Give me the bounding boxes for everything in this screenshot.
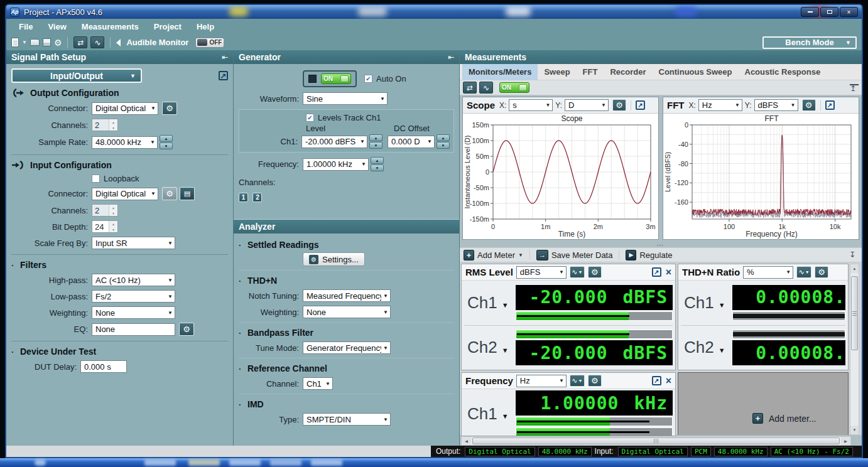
scope-settings-gear-icon[interactable]: ⚙ (612, 99, 626, 111)
channel-selector[interactable]: Ch1▼ (464, 285, 516, 321)
rms-popout-icon[interactable]: ↗ (652, 267, 661, 277)
io-monitor-icon[interactable]: ⇄ (73, 36, 87, 48)
tab-fft[interactable]: FFT (577, 64, 604, 80)
scope-y-unit-select[interactable]: D▼ (565, 99, 609, 111)
ch1-level-select[interactable]: -20.000 dBFS▼ (301, 136, 367, 148)
meter-display-style-icon[interactable]: ∿▼ (570, 266, 585, 278)
eq-field[interactable]: None (92, 323, 175, 336)
tab-sweep[interactable]: Sweep (538, 64, 576, 80)
scroll-right-icon[interactable]: ▶ (841, 437, 850, 445)
collapse-left-icon[interactable]: ⇤ (448, 53, 454, 62)
windows-taskbar[interactable] (0, 458, 868, 467)
io-monitor-icon[interactable]: ⇄ (463, 82, 477, 94)
frequency-stepper[interactable]: ▲▼ (371, 157, 384, 171)
channel-selector[interactable]: Ch2▼ (464, 330, 516, 365)
channel-status-icon[interactable]: ▤ (180, 187, 195, 200)
scope-x-unit-select[interactable]: s▼ (509, 99, 553, 111)
minimize-button[interactable] (801, 7, 819, 17)
scrollbar-thumb[interactable] (851, 276, 858, 350)
eq-gear-icon[interactable]: ⚙ (179, 323, 194, 336)
scrollbar-thumb[interactable] (472, 437, 840, 444)
close-button[interactable]: × (840, 7, 858, 17)
new-project-caret-icon[interactable]: ▼ (22, 40, 27, 45)
loopback-checkbox[interactable] (92, 174, 100, 183)
channel-selector[interactable]: Ch2▼ (681, 330, 732, 365)
meter-display-style-icon[interactable]: ∿▼ (796, 266, 811, 278)
generator-waveform-icon[interactable]: ∿ (90, 36, 104, 48)
tab-acoustic-response[interactable]: Acoustic Response (739, 64, 827, 80)
menu-measurements[interactable]: Measurements (82, 22, 139, 31)
pin-down-icon[interactable]: ↧ (849, 250, 858, 259)
generator-waveform-icon[interactable]: ∿ (479, 82, 493, 94)
signal-path-selector[interactable]: Input/Output ▼ (11, 68, 142, 83)
output-connector-select[interactable]: Digital Optical▼ (92, 102, 158, 115)
channel-selector[interactable]: Ch1▼ (464, 390, 516, 436)
analyzer-weighting-select[interactable]: None▼ (303, 306, 391, 318)
rms-close-icon[interactable]: × (666, 267, 671, 277)
fft-x-unit-select[interactable]: Hz▼ (698, 99, 742, 111)
rms-unit-select[interactable]: dBFS▼ (516, 266, 567, 279)
thdn-settings-gear-icon[interactable]: ⚙ (815, 266, 828, 278)
meter-display-style-icon[interactable]: ∿▼ (570, 375, 585, 387)
audible-monitor-toggle[interactable]: OFF (195, 38, 224, 48)
channel-2-button[interactable]: 2 (252, 193, 262, 202)
settings-gear-icon[interactable]: ⚙ (54, 38, 62, 48)
input-connector-gear-icon[interactable]: ⚙ (162, 187, 177, 200)
horizontal-scrollbar[interactable]: ◀ ▶ (461, 436, 851, 446)
frequency-select[interactable]: 1.00000 kHz▼ (303, 158, 369, 171)
ch1-dc-select[interactable]: 0.000 D▼ (388, 136, 435, 148)
monitor-on-toggle[interactable]: ON (499, 82, 529, 93)
scroll-left-icon[interactable]: ◀ (462, 437, 471, 445)
dut-delay-field[interactable]: 0.000 s (80, 360, 127, 373)
scroll-down-icon[interactable]: ▼ (850, 426, 859, 434)
notch-tuning-select[interactable]: Measured Frequency▼ (303, 289, 391, 302)
menu-help[interactable]: Help (197, 22, 214, 31)
frequency-unit-select[interactable]: Hz▼ (516, 375, 567, 387)
restore-button[interactable] (820, 7, 838, 17)
tab-monitors-meters[interactable]: Monitors/Meters (462, 64, 538, 80)
high-pass-select[interactable]: AC (<10 Hz)▼ (92, 274, 175, 286)
tab-recorder[interactable]: Recorder (604, 64, 652, 80)
tab-continuous-sweep[interactable]: Continuous Sweep (653, 64, 739, 80)
scroll-up-icon[interactable]: ▲ (850, 264, 859, 273)
add-meter-content[interactable]: + Add meter... (752, 413, 816, 424)
splitter-handle[interactable]: ⋯ (460, 242, 862, 247)
dc-stepper[interactable]: ▲▼ (437, 134, 450, 149)
collapse-up-icon[interactable]: ↥ (850, 84, 859, 92)
channel-1-button[interactable]: 1 (239, 193, 248, 202)
frequency-popout-icon[interactable]: ↗ (652, 376, 661, 385)
add-meter-button[interactable]: + Add Meter ▼ (464, 250, 523, 260)
open-project-icon[interactable] (30, 39, 40, 46)
generator-stop-button[interactable] (308, 75, 317, 83)
levels-track-checkbox[interactable]: ✔ (306, 114, 314, 122)
bench-mode-selector[interactable]: Bench Mode ▼ (762, 36, 857, 49)
reference-channel-select[interactable]: Ch1▼ (303, 377, 333, 390)
sample-rate-stepper[interactable]: ▲▼ (160, 135, 173, 149)
fft-y-unit-select[interactable]: dBFS▼ (754, 99, 798, 111)
settings-button[interactable]: ⚙ Settings... (303, 252, 365, 266)
frequency-settings-gear-icon[interactable]: ⚙ (588, 375, 602, 387)
menu-file[interactable]: File (19, 22, 33, 31)
new-project-icon[interactable] (11, 38, 19, 47)
vertical-scrollbar[interactable]: ▲ ▼ (850, 264, 859, 435)
auto-on-checkbox[interactable]: ✔ (364, 75, 372, 83)
low-pass-select[interactable]: Fs/2▼ (92, 290, 175, 303)
imd-type-select[interactable]: SMPTE/DIN▼ (303, 413, 391, 426)
regulate-button[interactable]: ▶ Regulate (626, 250, 672, 260)
collapse-left-icon[interactable]: ⇤ (222, 53, 228, 62)
channel-selector[interactable]: Ch1▼ (681, 285, 732, 321)
level-stepper[interactable]: ▲▼ (369, 134, 382, 149)
thdn-unit-select[interactable]: %▼ (743, 266, 793, 279)
menu-view[interactable]: View (48, 22, 66, 31)
fft-settings-gear-icon[interactable]: ⚙ (802, 99, 816, 111)
popout-icon[interactable]: ↗ (219, 71, 228, 80)
sample-rate-select[interactable]: 48.0000 kHz▼ (92, 136, 158, 149)
output-connector-gear-icon[interactable]: ⚙ (162, 102, 177, 115)
fft-popout-icon[interactable]: ↗ (825, 100, 835, 110)
bit-depth-stepper[interactable]: 24▲▼ (92, 220, 118, 233)
weighting-select[interactable]: None▼ (92, 306, 175, 319)
input-connector-select[interactable]: Digital Optical▼ (92, 188, 158, 200)
tune-mode-select[interactable]: Generator Frequency▼ (303, 341, 391, 354)
generator-on-toggle[interactable]: ON (321, 73, 351, 84)
scope-popout-icon[interactable]: ↗ (636, 100, 645, 110)
